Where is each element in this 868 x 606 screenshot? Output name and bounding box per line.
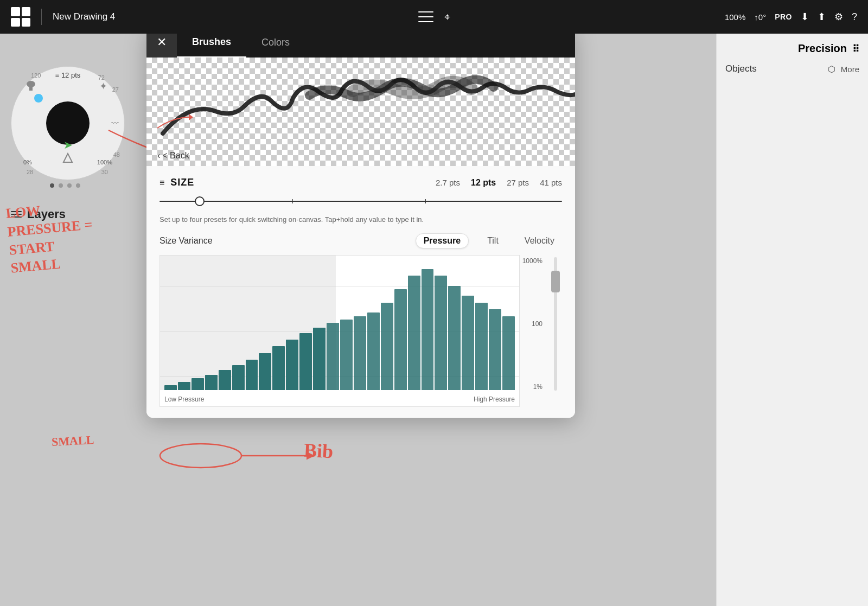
x-label-high: High Pressure — [474, 396, 515, 403]
zoom-level[interactable]: 100% — [725, 12, 745, 22]
brush-icon[interactable] — [23, 79, 39, 96]
chart-container: Low Pressure High Pressure 1000% 100 1% — [159, 255, 562, 407]
slider-tick-2 — [425, 199, 426, 203]
right-panel: Precision ⠿ Objects ⬡ More — [716, 34, 868, 606]
menu-icon[interactable] — [418, 11, 433, 22]
y-label-top: 1000% — [522, 257, 542, 265]
size-dot-2[interactable] — [59, 183, 63, 188]
chart-y-axis: 1000% 100 1% — [520, 255, 547, 407]
bar-2 — [192, 378, 204, 390]
share-icon[interactable]: ⬆ — [818, 11, 826, 23]
size-preset-3[interactable]: 27 pts — [507, 178, 529, 187]
back-button[interactable]: ‹ < Back — [157, 151, 189, 161]
variance-tabs: Pressure Tilt Velocity — [416, 233, 562, 248]
bar-chart — [160, 256, 519, 390]
bar-4 — [219, 370, 231, 390]
size-preset-1[interactable]: 2.7 pts — [436, 178, 460, 187]
brush-preview[interactable]: ‹ < Back — [146, 58, 575, 166]
size-indicator: ≡ 12 pts — [55, 71, 81, 79]
arrow-to-stroke — [152, 90, 201, 133]
bar-15 — [367, 312, 380, 390]
top-bar-left: New Drawing 4 — [11, 7, 418, 27]
bar-1 — [178, 382, 190, 391]
v-slider-thumb[interactable] — [551, 271, 560, 292]
angle-48: 48 — [113, 151, 120, 158]
bar-6 — [246, 360, 258, 390]
variance-tab-tilt[interactable]: Tilt — [480, 234, 506, 248]
size-dot-3[interactable] — [67, 183, 72, 188]
color-indicator — [34, 94, 43, 103]
variance-title: Size Variance — [159, 236, 213, 246]
bar-8 — [272, 346, 285, 390]
bar-21 — [448, 286, 461, 390]
dialog-content: ≡ SIZE 2.7 pts 12 pts 27 pts 41 pts — [146, 166, 575, 418]
svg-marker-3 — [63, 154, 72, 162]
angle-display: ↑0° — [754, 12, 766, 22]
opacity-label: 0% — [23, 159, 32, 165]
slider-thumb[interactable] — [195, 196, 205, 206]
grid-icon[interactable] — [11, 7, 30, 27]
app-title: New Drawing 4 — [53, 11, 115, 22]
back-icon: ‹ — [157, 151, 160, 161]
bar-18 — [408, 276, 420, 390]
y-label-mid: 100 — [532, 320, 542, 328]
bar-13 — [340, 320, 353, 390]
flow-label: 100% — [97, 159, 112, 165]
angle-72: 72 — [98, 74, 105, 81]
angle-28: 28 — [27, 169, 33, 175]
smudge-icon[interactable]: ✦ — [97, 79, 112, 96]
bar-11 — [313, 328, 326, 390]
precision-title: Precision ⠿ — [725, 42, 859, 55]
top-bar: New Drawing 4 ⌖ 100% ↑0° PRO ⬇ ⬆ ⚙ ? — [0, 0, 868, 34]
helper-text: Set up to four presets for quick switchi… — [159, 215, 562, 224]
settings-icon[interactable]: ⚙ — [834, 11, 843, 23]
eraser-icon[interactable] — [61, 151, 74, 167]
bar-7 — [259, 353, 271, 390]
close-icon: ✕ — [157, 36, 167, 48]
size-header: ≡ SIZE 2.7 pts 12 pts 27 pts 41 pts — [159, 177, 562, 188]
size-preset-4[interactable]: 41 pts — [540, 178, 562, 187]
chart-main: Low Pressure High Pressure — [159, 255, 520, 407]
size-section: ≡ SIZE 2.7 pts 12 pts 27 pts 41 pts — [159, 177, 562, 224]
bar-24 — [489, 309, 501, 390]
svg-rect-1 — [29, 86, 33, 91]
size-label: SIZE — [170, 177, 194, 188]
variance-header: Size Variance Pressure Tilt Velocity — [159, 233, 562, 248]
layers-label: Layers — [27, 207, 66, 221]
layers-section[interactable]: Layers — [11, 207, 66, 221]
size-dot-1[interactable] — [50, 183, 54, 188]
more-label[interactable]: More — [841, 65, 859, 74]
angle-120: 120 — [31, 72, 41, 79]
bar-20 — [435, 276, 447, 390]
bar-9 — [286, 340, 298, 390]
size-dots — [11, 180, 119, 191]
v-slider-track[interactable] — [554, 257, 557, 391]
objects-row: Objects ⬡ More — [725, 63, 859, 74]
variance-tab-pressure[interactable]: Pressure — [416, 233, 469, 248]
settings-small-icon[interactable]: 〰 — [111, 118, 119, 128]
size-preset-2[interactable]: 12 pts — [471, 178, 496, 188]
slider-track — [159, 201, 562, 202]
size-drag-handle[interactable]: ≡ — [159, 178, 165, 188]
bar-25 — [502, 316, 515, 390]
radial-bg: ≡ 12 pts 0% 100% ✦ ➤ — [11, 66, 125, 180]
angle-30: 30 — [101, 169, 108, 175]
size-slider[interactable] — [159, 195, 562, 208]
pro-badge: PRO — [775, 12, 792, 21]
angle-27: 27 — [112, 86, 119, 93]
brush-dialog: ✕ Brushes Colors ‹ < Back — [146, 27, 575, 418]
size-dot-4[interactable] — [76, 183, 80, 188]
variance-tab-velocity[interactable]: Velocity — [517, 234, 562, 248]
bar-5 — [232, 365, 245, 391]
move-icon[interactable]: ➤ — [63, 138, 73, 151]
top-bar-center: ⌖ — [418, 11, 450, 23]
x-label-low: Low Pressure — [164, 396, 204, 403]
help-icon[interactable]: ? — [852, 11, 857, 23]
chart-v-slider — [549, 255, 562, 407]
objects-label[interactable]: Objects — [725, 63, 757, 74]
magic-wand-icon[interactable]: ⌖ — [444, 11, 450, 23]
annotation-bib: Bib — [303, 439, 334, 463]
download-icon[interactable]: ⬇ — [801, 11, 809, 23]
svg-point-5 — [160, 444, 241, 468]
svg-marker-6 — [189, 114, 193, 120]
